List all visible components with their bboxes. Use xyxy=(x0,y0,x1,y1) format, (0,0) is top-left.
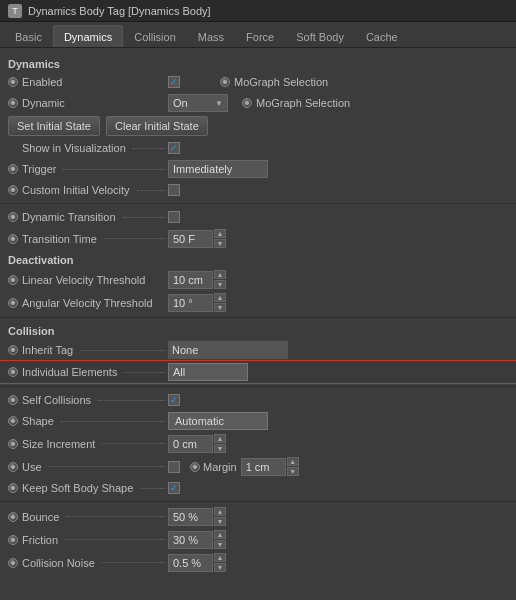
tab-mass[interactable]: Mass xyxy=(187,25,235,47)
friction-up[interactable]: ▲ xyxy=(214,530,226,539)
transition-time-label: Transition Time xyxy=(22,233,97,245)
linear-vel-radio[interactable] xyxy=(8,275,18,285)
collision-noise-up[interactable]: ▲ xyxy=(214,553,226,562)
shape-value[interactable]: Automatic xyxy=(168,412,268,430)
window-title: Dynamics Body Tag [Dynamics Body] xyxy=(28,5,211,17)
shape-radio[interactable] xyxy=(8,416,18,426)
angular-vel-down[interactable]: ▼ xyxy=(214,303,226,312)
size-increment-label: Size Increment xyxy=(22,438,95,450)
mograph2-radio[interactable] xyxy=(242,98,252,108)
size-increment-down[interactable]: ▼ xyxy=(214,444,226,453)
transition-time-value[interactable]: 50 F xyxy=(168,230,213,248)
inherit-tag-row: Inherit Tag None xyxy=(0,339,516,361)
transition-time-down[interactable]: ▼ xyxy=(214,239,226,248)
individual-elements-radio[interactable] xyxy=(8,367,18,377)
linear-vel-value[interactable]: 10 cm xyxy=(168,271,213,289)
bounce-spinner[interactable]: ▲ ▼ xyxy=(214,507,226,526)
friction-down[interactable]: ▼ xyxy=(214,540,226,549)
margin-label: Margin xyxy=(203,461,237,473)
bounce-value[interactable]: 50 % xyxy=(168,508,213,526)
size-increment-row: Size Increment 0 cm ▲ ▼ xyxy=(0,432,516,455)
individual-elements-value[interactable]: All xyxy=(168,363,248,381)
enabled-label: Enabled xyxy=(22,76,62,88)
angular-vel-up[interactable]: ▲ xyxy=(214,293,226,302)
size-increment-radio[interactable] xyxy=(8,439,18,449)
inherit-tag-label: Inherit Tag xyxy=(22,344,73,356)
friction-radio[interactable] xyxy=(8,535,18,545)
friction-spinner[interactable]: ▲ ▼ xyxy=(214,530,226,549)
transition-time-spinner[interactable]: ▲ ▼ xyxy=(214,229,226,248)
mograph2-label: MoGraph Selection xyxy=(256,97,350,109)
linear-vel-label-col: Linear Velocity Threshold xyxy=(8,274,168,286)
keep-soft-body-label: Keep Soft Body Shape xyxy=(22,482,133,494)
bounce-down[interactable]: ▼ xyxy=(214,517,226,526)
mograph1-radio[interactable] xyxy=(220,77,230,87)
tab-dynamics[interactable]: Dynamics xyxy=(53,25,123,47)
tab-force[interactable]: Force xyxy=(235,25,285,47)
enabled-radio[interactable] xyxy=(8,77,18,87)
trigger-row: Trigger Immediately xyxy=(0,158,516,180)
divider-4 xyxy=(0,501,516,502)
tab-basic[interactable]: Basic xyxy=(4,25,53,47)
size-increment-up[interactable]: ▲ xyxy=(214,434,226,443)
linear-vel-label: Linear Velocity Threshold xyxy=(22,274,145,286)
dynamic-label: Dynamic xyxy=(22,97,65,109)
margin-up[interactable]: ▲ xyxy=(287,457,299,466)
margin-down[interactable]: ▼ xyxy=(287,467,299,476)
angular-vel-spinner[interactable]: ▲ ▼ xyxy=(214,293,226,312)
angular-vel-radio[interactable] xyxy=(8,298,18,308)
clear-initial-state-button[interactable]: Clear Initial State xyxy=(106,116,208,136)
margin-value[interactable]: 1 cm xyxy=(241,458,286,476)
keep-soft-body-radio[interactable] xyxy=(8,483,18,493)
custom-vel-radio[interactable] xyxy=(8,185,18,195)
use-radio[interactable] xyxy=(8,462,18,472)
transition-time-up[interactable]: ▲ xyxy=(214,229,226,238)
collision-noise-radio[interactable] xyxy=(8,558,18,568)
divider-3 xyxy=(0,386,516,387)
trigger-radio[interactable] xyxy=(8,164,18,174)
custom-vel-label-col: Custom Initial Velocity xyxy=(8,184,168,196)
size-increment-value[interactable]: 0 cm xyxy=(168,435,213,453)
divider-1 xyxy=(0,203,516,204)
collision-noise-down[interactable]: ▼ xyxy=(214,563,226,572)
transition-time-radio[interactable] xyxy=(8,234,18,244)
bounce-radio[interactable] xyxy=(8,512,18,522)
dynamic-transition-label-col: Dynamic Transition xyxy=(8,211,168,223)
size-increment-spinner[interactable]: ▲ ▼ xyxy=(214,434,226,453)
collision-noise-value[interactable]: 0.5 % xyxy=(168,554,213,572)
margin-radio[interactable] xyxy=(190,462,200,472)
friction-value[interactable]: 30 % xyxy=(168,531,213,549)
linear-vel-up[interactable]: ▲ xyxy=(214,270,226,279)
enabled-checkbox[interactable]: ✓ xyxy=(168,76,180,88)
keep-soft-body-checkbox[interactable]: ✓ xyxy=(168,482,180,494)
dynamic-dropdown[interactable]: On ▼ xyxy=(168,94,228,112)
use-checkbox[interactable] xyxy=(168,461,180,473)
title-bar: T Dynamics Body Tag [Dynamics Body] xyxy=(0,0,516,22)
dynamic-transition-checkbox[interactable] xyxy=(168,211,180,223)
collision-noise-spinner[interactable]: ▲ ▼ xyxy=(214,553,226,572)
tab-collision[interactable]: Collision xyxy=(123,25,187,47)
custom-vel-checkbox[interactable] xyxy=(168,184,180,196)
self-collisions-checkbox[interactable]: ✓ xyxy=(168,394,180,406)
friction-row: Friction 30 % ▲ ▼ xyxy=(0,528,516,551)
friction-label: Friction xyxy=(22,534,58,546)
tab-cache[interactable]: Cache xyxy=(355,25,409,47)
bounce-up[interactable]: ▲ xyxy=(214,507,226,516)
divider-2 xyxy=(0,317,516,318)
angular-vel-value[interactable]: 10 ° xyxy=(168,294,213,312)
linear-vel-spinner[interactable]: ▲ ▼ xyxy=(214,270,226,289)
content-area: Dynamics Enabled ✓ MoGraph Selection Dyn… xyxy=(0,48,516,600)
dynamic-radio[interactable] xyxy=(8,98,18,108)
tab-soft-body[interactable]: Soft Body xyxy=(285,25,355,47)
linear-vel-down[interactable]: ▼ xyxy=(214,280,226,289)
trigger-label: Trigger xyxy=(22,163,56,175)
show-in-viz-checkbox[interactable]: ✓ xyxy=(168,142,180,154)
shape-label-col: Shape xyxy=(8,415,168,427)
inherit-tag-radio[interactable] xyxy=(8,345,18,355)
dynamic-transition-radio[interactable] xyxy=(8,212,18,222)
angular-vel-row: Angular Velocity Threshold 10 ° ▲ ▼ xyxy=(0,291,516,314)
show-in-viz-label: Show in Visualization xyxy=(22,142,126,154)
set-initial-state-button[interactable]: Set Initial State xyxy=(8,116,100,136)
self-collisions-radio[interactable] xyxy=(8,395,18,405)
margin-spinner[interactable]: ▲ ▼ xyxy=(287,457,299,476)
